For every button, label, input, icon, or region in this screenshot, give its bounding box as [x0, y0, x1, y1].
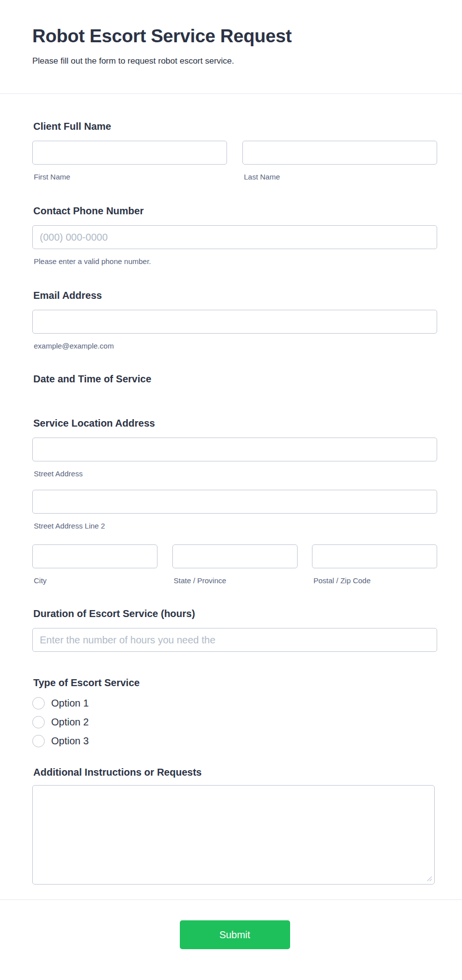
field-full-name: Client Full Name First Name Last Name — [32, 120, 437, 181]
field-duration: Duration of Escort Service (hours) — [32, 608, 437, 652]
field-service-type: Type of Escort Service Option 1 Option 2… — [32, 677, 437, 747]
radio-option-3-label: Option 3 — [51, 735, 89, 747]
duration-label: Duration of Escort Service (hours) — [32, 608, 437, 620]
radio-option-2[interactable] — [32, 716, 45, 728]
city-input[interactable] — [32, 544, 157, 568]
form-page: Robot Escort Service Request Please fill… — [0, 0, 462, 974]
radio-row-option-2[interactable]: Option 2 — [32, 716, 437, 728]
radio-option-2-label: Option 2 — [51, 716, 89, 728]
postal-col: Postal / Zip Code — [312, 544, 437, 585]
street2-col: Street Address Line 2 — [32, 490, 437, 530]
submit-button[interactable]: Submit — [180, 920, 290, 949]
last-name-sublabel: Last Name — [242, 173, 437, 181]
resize-handle-icon[interactable] — [426, 875, 432, 882]
form-body: Client Full Name First Name Last Name Co… — [32, 120, 437, 885]
field-email: Email Address example@example.com — [32, 289, 437, 350]
email-sublabel: example@example.com — [32, 342, 437, 350]
field-address: Service Location Address Street Address … — [32, 417, 437, 585]
full-name-row: First Name Last Name — [32, 141, 437, 181]
city-sublabel: City — [32, 576, 157, 585]
first-name-col: First Name — [32, 141, 227, 181]
form-header: Robot Escort Service Request Please fill… — [0, 0, 462, 67]
radio-row-option-3[interactable]: Option 3 — [32, 735, 437, 747]
city-col: City — [32, 544, 157, 585]
street-address-line2-sublabel: Street Address Line 2 — [32, 522, 437, 530]
datetime-label: Date and Time of Service — [32, 373, 437, 385]
street-address-sublabel: Street Address — [32, 469, 437, 478]
address-label: Service Location Address — [32, 417, 437, 430]
service-type-label: Type of Escort Service — [32, 677, 437, 689]
phone-sublabel: Please enter a valid phone number. — [32, 257, 437, 266]
street-col: Street Address — [32, 438, 437, 478]
phone-input[interactable] — [32, 225, 437, 249]
instructions-textarea-wrap — [32, 785, 435, 885]
instructions-label: Additional Instructions or Requests — [32, 766, 437, 779]
email-input[interactable] — [32, 310, 437, 334]
street-address-line2-input[interactable] — [32, 490, 437, 514]
last-name-col: Last Name — [242, 141, 437, 181]
state-col: State / Province — [172, 544, 298, 585]
field-phone: Contact Phone Number Please enter a vali… — [32, 205, 437, 266]
radio-option-1[interactable] — [32, 697, 45, 710]
email-label: Email Address — [32, 289, 437, 302]
radio-option-1-label: Option 1 — [51, 697, 89, 710]
duration-input[interactable] — [32, 628, 437, 652]
full-name-label: Client Full Name — [32, 120, 437, 133]
instructions-textarea[interactable] — [32, 785, 435, 885]
phone-label: Contact Phone Number — [32, 205, 437, 217]
service-type-options: Option 1 Option 2 Option 3 — [32, 697, 437, 747]
postal-input[interactable] — [312, 544, 437, 568]
footer-divider — [0, 899, 462, 900]
radio-row-option-1[interactable]: Option 1 — [32, 697, 437, 710]
page-title: Robot Escort Service Request — [32, 25, 430, 48]
state-sublabel: State / Province — [172, 576, 298, 585]
first-name-input[interactable] — [32, 141, 227, 165]
field-datetime: Date and Time of Service — [32, 373, 437, 385]
postal-sublabel: Postal / Zip Code — [312, 576, 437, 585]
form-subtitle: Please fill out the form to request robo… — [32, 56, 430, 67]
field-instructions: Additional Instructions or Requests — [32, 766, 437, 885]
state-input[interactable] — [172, 544, 298, 568]
radio-option-3[interactable] — [32, 735, 45, 747]
header-divider — [0, 93, 462, 94]
first-name-sublabel: First Name — [32, 173, 227, 181]
city-state-postal-row: City State / Province Postal / Zip Code — [32, 544, 437, 585]
street-address-input[interactable] — [32, 438, 437, 461]
submit-area: Submit — [32, 920, 437, 974]
last-name-input[interactable] — [242, 141, 437, 165]
